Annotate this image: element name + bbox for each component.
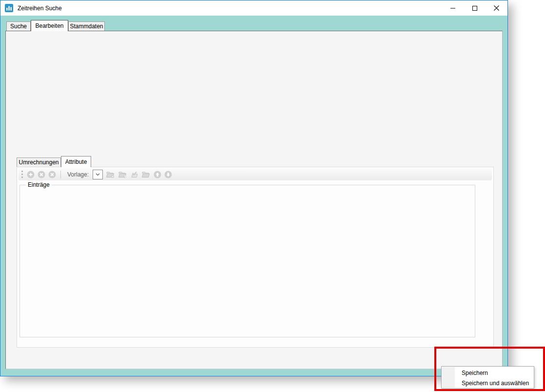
eintraege-label: Einträge xyxy=(26,181,52,188)
app-window: Zeitreihen Suche Suche Bearbeiten Stammd… xyxy=(0,0,508,376)
menu-item-speichern[interactable]: Speichern xyxy=(455,368,533,378)
toolbar-grip[interactable] xyxy=(21,171,23,178)
window-title: Zeitreihen Suche xyxy=(18,5,62,12)
toolbar-separator xyxy=(60,171,61,178)
plus-circle-icon xyxy=(27,171,35,178)
close-icon xyxy=(494,5,499,11)
maximize-icon xyxy=(472,6,477,11)
app-icon xyxy=(5,4,13,12)
template-apply-button[interactable] xyxy=(130,171,138,178)
template-save-button[interactable] xyxy=(141,171,151,178)
attribute-toolbar: Vorlage: xyxy=(19,168,492,180)
close-button[interactable] xyxy=(486,0,507,16)
vorlage-combobox[interactable] xyxy=(93,170,103,179)
tab-suche[interactable]: Suche xyxy=(6,21,31,31)
add-entry-button[interactable] xyxy=(27,171,35,178)
menu-item-speichern-und-auswaehlen[interactable]: Speichern und auswählen xyxy=(455,378,533,388)
titlebar: Zeitreihen Suche xyxy=(0,0,507,16)
minimize-icon xyxy=(450,6,455,11)
template-load-button[interactable] xyxy=(106,171,115,178)
remove-all-entries-button[interactable] xyxy=(48,171,56,178)
arrow-down-circle-icon xyxy=(164,171,172,178)
x-circle-icon xyxy=(48,171,56,178)
x-circle-icon xyxy=(38,171,45,178)
folder-icon xyxy=(141,171,151,178)
eintraege-groupbox: Einträge xyxy=(19,185,475,337)
remove-entry-button[interactable] xyxy=(38,171,45,178)
move-up-button[interactable] xyxy=(154,171,161,178)
save-dropdown-menu: Speichern Speichern und auswählen xyxy=(441,366,534,389)
window-controls xyxy=(442,0,507,16)
eigenschaften-panel: Vorlage: Einträge xyxy=(17,167,494,348)
tab-stammdaten[interactable]: Stammdaten xyxy=(68,21,105,31)
folder-arrow-icon xyxy=(106,171,115,178)
move-down-button[interactable] xyxy=(164,171,172,178)
arrow-up-circle-icon xyxy=(154,171,161,178)
folder-arrow-icon xyxy=(118,171,127,178)
minimize-button[interactable] xyxy=(442,0,464,16)
menu-icon-gutter xyxy=(442,367,455,388)
vorlage-label: Vorlage: xyxy=(67,171,89,178)
template-reload-button[interactable] xyxy=(118,171,127,178)
tab-umrechnungen[interactable]: Umrechnungen xyxy=(17,157,61,167)
tab-attribute[interactable]: Attribute xyxy=(61,156,91,167)
page-check-icon xyxy=(130,171,138,178)
chevron-down-icon xyxy=(96,173,100,176)
maximize-button[interactable] xyxy=(464,0,486,16)
tab-bearbeiten[interactable]: Bearbeiten xyxy=(31,20,68,31)
